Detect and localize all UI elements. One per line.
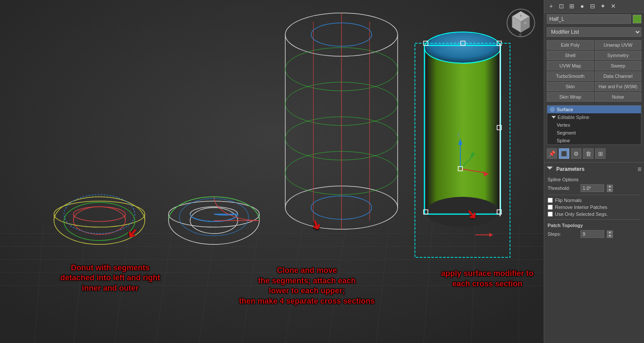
divider-3 (548, 219, 641, 220)
threshold-up[interactable]: ▲ (607, 185, 613, 188)
flip-normals-checkbox[interactable] (548, 198, 553, 203)
stack-item-segment[interactable]: Segment (547, 129, 641, 137)
flip-normals-row: Flip Normals (548, 197, 641, 204)
params-collapse-arrow (547, 167, 553, 172)
stack-item-spline[interactable]: Spline (547, 137, 641, 144)
object-name-input[interactable] (547, 14, 631, 24)
stack-item-vertex[interactable]: Vertex (547, 121, 641, 129)
show-end-result-btn[interactable]: ⬛ (559, 148, 569, 159)
threshold-row: Threshold: ▲ ▼ (548, 183, 641, 193)
toolbar-utils-icon[interactable]: ✕ (609, 2, 618, 10)
toolbar-create-icon[interactable]: ⊡ (557, 2, 566, 10)
spline-options-label: Spline Options (548, 176, 641, 183)
toolbar-modify-icon[interactable]: ⊞ (567, 2, 576, 10)
use-selected-row: Use Only Selected Segs. (548, 211, 641, 218)
mod-btn-skin[interactable]: Skin (547, 82, 594, 91)
stack-item-spline-sub-label: Spline (557, 138, 570, 143)
divider-2 (548, 195, 641, 195)
stack-item-vertex-label: Vertex (557, 122, 570, 128)
modifier-list-select[interactable]: Modifier List (547, 27, 641, 37)
mod-btn-noise[interactable]: Noise (595, 92, 642, 102)
mod-btn-unwrap-uvw[interactable]: Unwrap UVW (595, 40, 642, 50)
toolbar-motion-icon[interactable]: ⊟ (588, 2, 597, 10)
parameters-label: Parameters (556, 166, 584, 172)
object-name-row (544, 13, 644, 26)
mod-btn-hair-fur[interactable]: Hair and Fur (WSM) (595, 82, 642, 91)
threshold-label: Threshold: (548, 186, 578, 191)
toolbar-add-icon[interactable]: + (547, 2, 555, 10)
remove-interior-label: Remove Interior Patches (555, 205, 607, 210)
color-swatch[interactable] (633, 15, 641, 23)
modifier-stack: Surface Editable Spline Vertex Segment S… (547, 105, 641, 145)
stack-item-surface[interactable]: Surface (547, 106, 641, 113)
steps-up[interactable]: ▲ (607, 231, 613, 234)
configure-btn[interactable]: ⊞ (595, 148, 606, 159)
stack-item-editable-spline[interactable]: Editable Spline (547, 113, 641, 121)
nav-cube[interactable]: T R F S (506, 8, 536, 38)
svg-text:R: R (524, 22, 526, 25)
use-selected-label: Use Only Selected Segs. (555, 212, 608, 217)
remove-interior-row: Remove Interior Patches (548, 204, 641, 211)
use-selected-checkbox[interactable] (548, 212, 553, 217)
mod-btn-shell[interactable]: Shell (547, 51, 594, 60)
threshold-spinner: ▲ ▼ (607, 185, 613, 192)
params-pin: ☰ (638, 167, 641, 172)
stack-item-spline-label: Editable Spline (558, 115, 589, 120)
steps-down[interactable]: ▼ (607, 234, 613, 238)
svg-text:z: z (457, 131, 460, 138)
parameters-section-header[interactable]: Parameters ☰ (544, 164, 644, 174)
flip-normals-label: Flip Normals (555, 198, 582, 203)
remove-modifier-btn[interactable]: 🗑 (583, 148, 593, 159)
steps-spinner: ▲ ▼ (607, 231, 613, 238)
mod-btn-skin-wrap[interactable]: Skin Wrap (547, 92, 594, 102)
eye-icon-surface[interactable] (550, 107, 555, 112)
mod-btn-sweep[interactable]: Sweep (595, 61, 642, 71)
mod-btn-edit-poly[interactable]: Edit Poly (547, 40, 594, 50)
svg-text:S: S (519, 33, 521, 37)
modifier-buttons: Edit Poly Unwrap UVW Shell Symmetry UVW … (544, 38, 644, 103)
remove-interior-checkbox[interactable] (548, 205, 553, 210)
stack-item-segment-label: Segment (557, 130, 576, 135)
pin-stack-btn[interactable]: 📌 (547, 148, 557, 159)
patch-topology-label: Patch Topology (548, 221, 641, 229)
annotation-donut: Donut with segments detached into left a… (39, 263, 182, 293)
svg-text:F: F (514, 22, 516, 25)
right-panel: + ⊡ ⊞ ● ⊟ ✦ ✕ Modifier List Edit Poly Un… (544, 0, 644, 343)
toolbar-display-icon[interactable]: ✦ (599, 2, 607, 10)
steps-label: Steps: (548, 231, 578, 237)
make-unique-btn[interactable]: ⚙ (571, 148, 581, 159)
annotation-clone: Clone and move the segments; attach each… (216, 266, 398, 306)
svg-text:T: T (520, 15, 522, 18)
svg-point-50 (426, 197, 499, 227)
mod-btn-data-channel[interactable]: Data Channel (595, 71, 642, 81)
stack-item-surface-label: Surface (557, 107, 573, 112)
steps-input[interactable] (580, 230, 604, 238)
annotation-surface: apply surface modifier to each cross sec… (437, 269, 538, 289)
toolbar-hierarchy-icon[interactable]: ● (578, 2, 587, 10)
threshold-down[interactable]: ▼ (607, 189, 613, 192)
mod-btn-turbosmooth[interactable]: TurboSmooth (547, 71, 594, 81)
svg-point-49 (426, 32, 499, 63)
threshold-input[interactable] (580, 184, 604, 192)
divider-1 (544, 162, 644, 163)
parameters-content: Spline Options Threshold: ▲ ▼ Flip Norma… (544, 174, 644, 240)
modifier-list-row: Modifier List (544, 26, 644, 38)
mod-btn-uvw-map[interactable]: UVW Map (547, 61, 594, 71)
mod-btn-symmetry[interactable]: Symmetry (595, 51, 642, 60)
panel-toolbar: + ⊡ ⊞ ● ⊟ ✦ ✕ (544, 0, 644, 13)
cylinder-solid: z (424, 32, 501, 227)
main-viewport: Perspective (0, 0, 544, 343)
stack-actions: 📌 ⬛ ⚙ 🗑 ⊞ (544, 147, 644, 160)
tri-editable-spline (552, 116, 556, 119)
steps-row: Steps: ▲ ▼ (548, 229, 641, 239)
svg-rect-48 (426, 48, 499, 212)
